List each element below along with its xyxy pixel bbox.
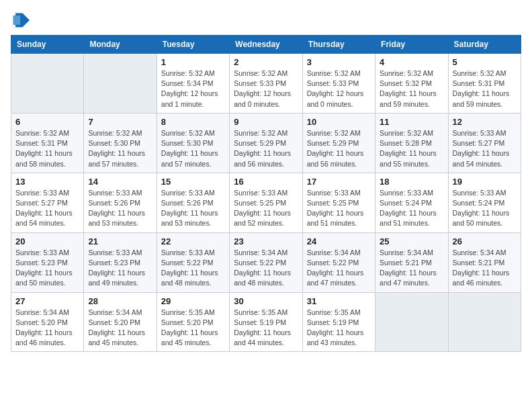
- day-number: 17: [307, 177, 371, 187]
- day-number: 4: [380, 57, 443, 67]
- day-detail: Sunrise: 5:34 AM Sunset: 5:21 PM Dayligh…: [380, 248, 443, 289]
- day-detail: Sunrise: 5:32 AM Sunset: 5:34 PM Dayligh…: [161, 68, 225, 109]
- day-number: 19: [453, 177, 517, 187]
- day-detail: Sunrise: 5:33 AM Sunset: 5:24 PM Dayligh…: [453, 188, 517, 229]
- day-detail: Sunrise: 5:34 AM Sunset: 5:20 PM Dayligh…: [88, 308, 152, 349]
- day-number: 16: [234, 177, 298, 187]
- weekday-header-sunday: Sunday: [11, 36, 84, 54]
- calendar-cell: 6Sunrise: 5:32 AM Sunset: 5:31 PM Daylig…: [11, 113, 84, 173]
- calendar-cell: 29Sunrise: 5:35 AM Sunset: 5:20 PM Dayli…: [157, 292, 229, 352]
- day-detail: Sunrise: 5:35 AM Sunset: 5:19 PM Dayligh…: [234, 308, 298, 349]
- weekday-header-tuesday: Tuesday: [157, 36, 229, 54]
- calendar-cell: 7Sunrise: 5:32 AM Sunset: 5:30 PM Daylig…: [84, 113, 157, 173]
- day-detail: Sunrise: 5:33 AM Sunset: 5:27 PM Dayligh…: [453, 128, 517, 169]
- calendar-cell: 21Sunrise: 5:33 AM Sunset: 5:23 PM Dayli…: [84, 232, 157, 292]
- day-number: 23: [234, 236, 298, 246]
- day-detail: Sunrise: 5:33 AM Sunset: 5:24 PM Dayligh…: [380, 188, 443, 229]
- calendar-cell: 2Sunrise: 5:32 AM Sunset: 5:33 PM Daylig…: [230, 54, 302, 113]
- day-number: 21: [88, 236, 152, 246]
- day-number: 6: [15, 117, 79, 127]
- day-number: 2: [234, 57, 298, 67]
- calendar-cell: 15Sunrise: 5:33 AM Sunset: 5:26 PM Dayli…: [157, 173, 229, 232]
- day-number: 29: [161, 296, 225, 306]
- calendar-cell: 20Sunrise: 5:33 AM Sunset: 5:23 PM Dayli…: [11, 232, 84, 292]
- calendar-cell: 9Sunrise: 5:32 AM Sunset: 5:29 PM Daylig…: [230, 113, 302, 173]
- day-number: 28: [88, 296, 152, 306]
- day-detail: Sunrise: 5:32 AM Sunset: 5:31 PM Dayligh…: [453, 68, 517, 109]
- day-detail: Sunrise: 5:35 AM Sunset: 5:20 PM Dayligh…: [161, 308, 225, 349]
- weekday-header-thursday: Thursday: [302, 36, 375, 54]
- calendar-body: 1Sunrise: 5:32 AM Sunset: 5:34 PM Daylig…: [11, 54, 521, 352]
- day-number: 1: [161, 57, 225, 67]
- weekday-row: SundayMondayTuesdayWednesdayThursdayFrid…: [11, 36, 521, 54]
- day-detail: Sunrise: 5:32 AM Sunset: 5:30 PM Dayligh…: [88, 128, 152, 169]
- day-number: 7: [88, 117, 152, 127]
- calendar-cell: 10Sunrise: 5:32 AM Sunset: 5:29 PM Dayli…: [302, 113, 375, 173]
- day-detail: Sunrise: 5:34 AM Sunset: 5:21 PM Dayligh…: [453, 248, 517, 289]
- calendar-cell: 3Sunrise: 5:32 AM Sunset: 5:33 PM Daylig…: [302, 54, 375, 113]
- calendar-cell: 1Sunrise: 5:32 AM Sunset: 5:34 PM Daylig…: [157, 54, 229, 113]
- day-number: 26: [453, 236, 517, 246]
- weekday-header-friday: Friday: [375, 36, 448, 54]
- calendar-cell: 23Sunrise: 5:34 AM Sunset: 5:22 PM Dayli…: [230, 232, 302, 292]
- calendar-cell: 4Sunrise: 5:32 AM Sunset: 5:32 PM Daylig…: [375, 54, 448, 113]
- day-detail: Sunrise: 5:33 AM Sunset: 5:26 PM Dayligh…: [88, 188, 152, 229]
- calendar-cell: 11Sunrise: 5:32 AM Sunset: 5:28 PM Dayli…: [375, 113, 448, 173]
- day-number: 10: [307, 117, 371, 127]
- day-number: 12: [453, 117, 517, 127]
- day-detail: Sunrise: 5:33 AM Sunset: 5:26 PM Dayligh…: [161, 188, 225, 229]
- calendar-cell: 18Sunrise: 5:33 AM Sunset: 5:24 PM Dayli…: [375, 173, 448, 232]
- weekday-header-wednesday: Wednesday: [230, 36, 302, 54]
- calendar-cell: 17Sunrise: 5:33 AM Sunset: 5:25 PM Dayli…: [302, 173, 375, 232]
- calendar-cell: 25Sunrise: 5:34 AM Sunset: 5:21 PM Dayli…: [375, 232, 448, 292]
- calendar-cell: 26Sunrise: 5:34 AM Sunset: 5:21 PM Dayli…: [448, 232, 521, 292]
- day-detail: Sunrise: 5:32 AM Sunset: 5:31 PM Dayligh…: [15, 128, 79, 169]
- calendar-cell: 28Sunrise: 5:34 AM Sunset: 5:20 PM Dayli…: [84, 292, 157, 352]
- day-number: 27: [15, 296, 79, 306]
- day-number: 11: [380, 117, 443, 127]
- day-detail: Sunrise: 5:34 AM Sunset: 5:22 PM Dayligh…: [234, 248, 298, 289]
- day-number: 8: [161, 117, 225, 127]
- calendar-cell: 22Sunrise: 5:33 AM Sunset: 5:22 PM Dayli…: [157, 232, 229, 292]
- day-number: 18: [380, 177, 443, 187]
- calendar-cell: 24Sunrise: 5:34 AM Sunset: 5:22 PM Dayli…: [302, 232, 375, 292]
- page-header: [11, 11, 521, 30]
- weekday-header-saturday: Saturday: [448, 36, 521, 54]
- calendar-cell: [375, 292, 448, 352]
- day-number: 15: [161, 177, 225, 187]
- day-detail: Sunrise: 5:33 AM Sunset: 5:22 PM Dayligh…: [161, 248, 225, 289]
- weekday-header-monday: Monday: [84, 36, 157, 54]
- day-number: 3: [307, 57, 371, 67]
- day-detail: Sunrise: 5:33 AM Sunset: 5:25 PM Dayligh…: [307, 188, 371, 229]
- day-detail: Sunrise: 5:33 AM Sunset: 5:23 PM Dayligh…: [15, 248, 79, 289]
- day-number: 5: [453, 57, 517, 67]
- day-detail: Sunrise: 5:32 AM Sunset: 5:33 PM Dayligh…: [307, 68, 371, 109]
- day-detail: Sunrise: 5:32 AM Sunset: 5:28 PM Dayligh…: [380, 128, 443, 169]
- day-number: 20: [15, 236, 79, 246]
- day-number: 30: [234, 296, 298, 306]
- day-number: 14: [88, 177, 152, 187]
- day-detail: Sunrise: 5:34 AM Sunset: 5:22 PM Dayligh…: [307, 248, 371, 289]
- calendar-cell: 19Sunrise: 5:33 AM Sunset: 5:24 PM Dayli…: [448, 173, 521, 232]
- day-number: 24: [307, 236, 371, 246]
- day-number: 25: [380, 236, 443, 246]
- day-detail: Sunrise: 5:33 AM Sunset: 5:23 PM Dayligh…: [88, 248, 152, 289]
- calendar-header: SundayMondayTuesdayWednesdayThursdayFrid…: [11, 36, 521, 54]
- calendar-cell: [84, 54, 157, 113]
- calendar-week-5: 27Sunrise: 5:34 AM Sunset: 5:20 PM Dayli…: [11, 292, 521, 352]
- calendar-cell: 27Sunrise: 5:34 AM Sunset: 5:20 PM Dayli…: [11, 292, 84, 352]
- calendar-cell: 14Sunrise: 5:33 AM Sunset: 5:26 PM Dayli…: [84, 173, 157, 232]
- calendar-cell: [448, 292, 521, 352]
- calendar-cell: 8Sunrise: 5:32 AM Sunset: 5:30 PM Daylig…: [157, 113, 229, 173]
- calendar-cell: 30Sunrise: 5:35 AM Sunset: 5:19 PM Dayli…: [230, 292, 302, 352]
- calendar-cell: 12Sunrise: 5:33 AM Sunset: 5:27 PM Dayli…: [448, 113, 521, 173]
- day-detail: Sunrise: 5:35 AM Sunset: 5:19 PM Dayligh…: [307, 308, 371, 349]
- calendar-week-1: 1Sunrise: 5:32 AM Sunset: 5:34 PM Daylig…: [11, 54, 521, 113]
- day-detail: Sunrise: 5:32 AM Sunset: 5:30 PM Dayligh…: [161, 128, 225, 169]
- calendar-cell: 31Sunrise: 5:35 AM Sunset: 5:19 PM Dayli…: [302, 292, 375, 352]
- day-number: 9: [234, 117, 298, 127]
- day-detail: Sunrise: 5:32 AM Sunset: 5:33 PM Dayligh…: [234, 68, 298, 109]
- day-detail: Sunrise: 5:32 AM Sunset: 5:29 PM Dayligh…: [234, 128, 298, 169]
- day-detail: Sunrise: 5:32 AM Sunset: 5:32 PM Dayligh…: [380, 68, 443, 109]
- calendar-cell: 5Sunrise: 5:32 AM Sunset: 5:31 PM Daylig…: [448, 54, 521, 113]
